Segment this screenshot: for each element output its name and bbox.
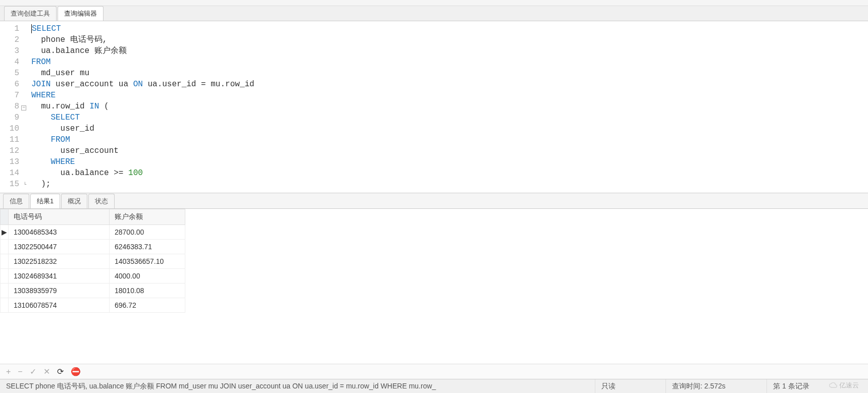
tab-info[interactable]: 信息 — [3, 194, 29, 208]
remove-row-icon: − — [18, 367, 22, 376]
table-row[interactable]: 13106078574696.72 — [1, 298, 185, 313]
fold-icon[interactable]: └ — [23, 183, 26, 187]
cell[interactable]: 18010.08 — [110, 284, 185, 298]
cell[interactable]: 1403536657.10 — [110, 254, 185, 269]
cell[interactable]: 13024689341 — [9, 269, 110, 284]
row-indicator-icon — [1, 284, 9, 298]
table-row[interactable]: 130246893414000.00 — [1, 269, 185, 284]
fold-icon[interactable]: − — [21, 105, 26, 110]
result-grid-area: 电话号码账户余额 ▶1300468534328700.0013022500447… — [0, 209, 868, 364]
line-number: 1 — [0, 23, 19, 34]
sql-editor[interactable]: 12345678−9101112131415└ SELECT phone 电话号… — [0, 21, 868, 193]
row-indicator-icon — [1, 254, 9, 269]
cell[interactable]: 13004685343 — [9, 225, 110, 240]
code-line[interactable]: JOIN user_account ua ON ua.user_id = mu.… — [31, 79, 868, 90]
status-query: SELECT phone 电话号码, ua.balance 账户余额 FROM … — [0, 379, 595, 393]
result-table[interactable]: 电话号码账户余额 ▶1300468534328700.0013022500447… — [0, 209, 185, 313]
line-number: 6 — [0, 79, 19, 90]
code-line[interactable]: SELECT — [31, 23, 868, 34]
stop-icon[interactable]: ⛔ — [71, 367, 81, 376]
line-number: 15 — [0, 179, 19, 190]
status-bar: SELECT phone 电话号码, ua.balance 账户余额 FROM … — [0, 379, 868, 393]
cancel-icon: ✕ — [43, 367, 50, 376]
cell[interactable]: 6246383.71 — [110, 240, 185, 254]
result-tabs: 信息 结果1 概况 状态 — [0, 193, 868, 209]
cell[interactable]: 13022518232 — [9, 254, 110, 269]
query-tabs: 查询创建工具 查询编辑器 — [0, 6, 868, 21]
line-number: 9 — [0, 112, 19, 123]
line-number: 14 — [0, 167, 19, 179]
record-nav-bar: + − ✓ ✕ ⟳ ⛔ — [0, 364, 868, 379]
code-line[interactable]: FROM — [31, 57, 868, 68]
table-row[interactable]: 1303893597918010.08 — [1, 284, 185, 298]
table-row[interactable]: 130225004476246383.71 — [1, 240, 185, 254]
line-number: 7 — [0, 90, 19, 101]
line-number: 5 — [0, 68, 19, 79]
apply-icon: ✓ — [30, 367, 36, 376]
code-line[interactable]: ); — [31, 179, 868, 190]
cell[interactable]: 13038935979 — [9, 284, 110, 298]
column-header[interactable]: 账户余额 — [110, 209, 185, 225]
status-readonly: 只读 — [595, 379, 666, 393]
line-number: 12 — [0, 145, 19, 156]
code-line[interactable]: ua.balance >= 100 — [31, 167, 868, 179]
main-toolbar — [0, 0, 868, 6]
table-row[interactable]: 130225182321403536657.10 — [1, 254, 185, 269]
table-row[interactable]: ▶1300468534328700.00 — [1, 225, 185, 240]
watermark: 亿速云 — [829, 381, 859, 390]
tab-profile[interactable]: 概况 — [61, 194, 87, 208]
row-indicator-icon — [1, 298, 9, 313]
tab-query-builder[interactable]: 查询创建工具 — [4, 6, 57, 21]
line-number: 10 — [0, 123, 19, 134]
code-line[interactable]: user_id — [31, 123, 868, 134]
code-line[interactable]: WHERE — [31, 156, 868, 167]
code-line[interactable]: ua.balance 账户余额 — [31, 45, 868, 57]
cell[interactable]: 13022500447 — [9, 240, 110, 254]
tab-status[interactable]: 状态 — [88, 194, 115, 208]
row-indicator-icon: ▶ — [1, 225, 9, 240]
code-line[interactable]: md_user mu — [31, 68, 868, 79]
line-number: 8 — [0, 101, 19, 112]
column-header[interactable]: 电话号码 — [9, 209, 110, 225]
code-line[interactable]: WHERE — [31, 90, 868, 101]
line-gutter: 12345678−9101112131415└ — [0, 23, 23, 193]
line-number: 3 — [0, 45, 19, 57]
tab-query-editor[interactable]: 查询编辑器 — [58, 6, 104, 21]
code-line[interactable]: mu.row_id IN ( — [31, 101, 868, 112]
line-number: 13 — [0, 156, 19, 167]
code-line[interactable]: phone 电话号码, — [31, 34, 868, 45]
refresh-icon[interactable]: ⟳ — [57, 367, 64, 376]
code-line[interactable]: SELECT — [31, 112, 868, 123]
code-line[interactable]: FROM — [31, 134, 868, 145]
line-number: 4 — [0, 57, 19, 68]
cell[interactable]: 13106078574 — [9, 298, 110, 313]
cell[interactable]: 696.72 — [110, 298, 185, 313]
row-indicator-icon — [1, 269, 9, 284]
cell[interactable]: 28700.00 — [110, 225, 185, 240]
line-number: 11 — [0, 134, 19, 145]
add-row-icon: + — [6, 367, 11, 376]
line-number: 2 — [0, 34, 19, 45]
status-time: 查询时间: 2.572s — [666, 379, 767, 393]
code-line[interactable]: user_account — [31, 145, 868, 156]
cell[interactable]: 4000.00 — [110, 269, 185, 284]
code-area[interactable]: SELECT phone 电话号码, ua.balance 账户余额FROM m… — [23, 23, 868, 193]
row-indicator-icon — [1, 240, 9, 254]
tab-result1[interactable]: 结果1 — [30, 194, 60, 208]
